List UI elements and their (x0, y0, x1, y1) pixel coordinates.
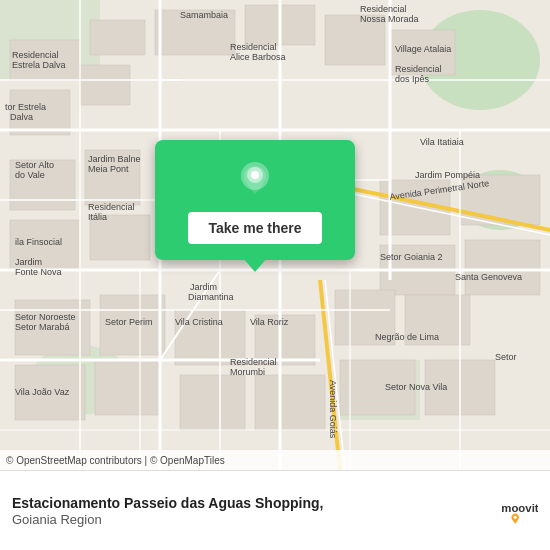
svg-text:Vila Itatiaia: Vila Itatiaia (420, 137, 464, 147)
svg-text:tor Estrela: tor Estrela (5, 102, 46, 112)
svg-text:Meia Pont: Meia Pont (88, 164, 129, 174)
svg-text:Estrela Dalva: Estrela Dalva (12, 60, 66, 70)
location-region: Goiania Region (12, 512, 490, 527)
svg-text:Village Atalaia: Village Atalaia (395, 44, 451, 54)
svg-text:Residencial: Residencial (360, 4, 407, 14)
svg-rect-25 (95, 360, 160, 415)
svg-rect-21 (465, 240, 540, 295)
moovit-logo: moovit (500, 492, 538, 530)
svg-text:Nossa Morada: Nossa Morada (360, 14, 419, 24)
svg-text:Vila Cristina: Vila Cristina (175, 317, 223, 327)
location-name: Estacionamento Passeio das Aguas Shoppin… (12, 494, 490, 512)
svg-text:Fonte Nova: Fonte Nova (15, 267, 62, 277)
location-pin-icon (233, 158, 277, 202)
svg-text:Samambaia: Samambaia (180, 10, 228, 20)
popup-card: Take me there (155, 140, 355, 260)
location-info: Estacionamento Passeio das Aguas Shoppin… (12, 494, 500, 527)
svg-text:Jardim: Jardim (15, 257, 42, 267)
svg-text:Jardim Balne: Jardim Balne (88, 154, 141, 164)
svg-text:Alice Barbosa: Alice Barbosa (230, 52, 286, 62)
svg-text:Jardim Pompéia: Jardim Pompéia (415, 170, 480, 180)
svg-text:Setor: Setor (495, 352, 517, 362)
svg-text:Setor Perim: Setor Perim (105, 317, 153, 327)
svg-text:Itália: Itália (88, 212, 107, 222)
svg-rect-9 (80, 65, 130, 105)
svg-text:Morumbi: Morumbi (230, 367, 265, 377)
svg-text:ila Finsocial: ila Finsocial (15, 237, 62, 247)
take-me-there-button[interactable]: Take me there (188, 212, 321, 244)
svg-text:Setor Nova Vila: Setor Nova Vila (385, 382, 447, 392)
map-container: Residencial Estrela Dalva tor Estrela Da… (0, 0, 550, 470)
svg-text:Santa Genoveva: Santa Genoveva (455, 272, 522, 282)
moovit-logo-icon: moovit (500, 492, 538, 530)
svg-text:Avenida Goiás: Avenida Goiás (328, 380, 338, 439)
svg-rect-29 (255, 375, 325, 430)
svg-text:Residencial: Residencial (88, 202, 135, 212)
svg-text:Negrão de Lima: Negrão de Lima (375, 332, 439, 342)
svg-text:Setor Goiania 2: Setor Goiania 2 (380, 252, 443, 262)
svg-rect-7 (90, 20, 145, 55)
svg-text:Dalva: Dalva (10, 112, 33, 122)
svg-text:Setor Marabá: Setor Marabá (15, 322, 70, 332)
svg-point-107 (514, 515, 517, 518)
svg-text:Vila João Vaz: Vila João Vaz (15, 387, 70, 397)
svg-text:Diamantina: Diamantina (188, 292, 234, 302)
bottom-bar: Estacionamento Passeio das Aguas Shoppin… (0, 470, 550, 550)
svg-rect-28 (180, 375, 245, 430)
svg-text:Residencial: Residencial (230, 357, 277, 367)
svg-text:Vila Roriz: Vila Roriz (250, 317, 289, 327)
svg-text:Residencial: Residencial (395, 64, 442, 74)
svg-text:Jardim: Jardim (190, 282, 217, 292)
svg-text:moovit: moovit (501, 502, 538, 514)
svg-text:Residencial: Residencial (12, 50, 59, 60)
svg-text:Residencial: Residencial (230, 42, 277, 52)
svg-text:Setor Noroeste: Setor Noroeste (15, 312, 76, 322)
svg-text:dos Ipês: dos Ipês (395, 74, 430, 84)
attribution-bar: © OpenStreetMap contributors | © OpenMap… (0, 450, 550, 470)
attribution-text: © OpenStreetMap contributors | © OpenMap… (6, 455, 225, 466)
svg-text:do Vale: do Vale (15, 170, 45, 180)
svg-text:Setor Alto: Setor Alto (15, 160, 54, 170)
